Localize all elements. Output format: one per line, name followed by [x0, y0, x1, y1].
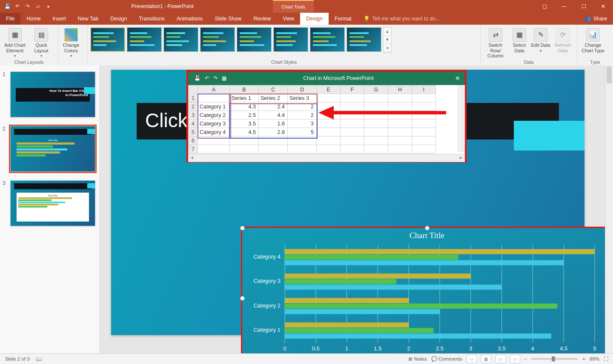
edit-data-button[interactable]: ✎Edit Data▾: [531, 26, 550, 53]
zoom-slider[interactable]: [531, 358, 578, 360]
tab-chart-design[interactable]: Design: [300, 13, 329, 25]
slide-thumbnail-panel[interactable]: 1 How To Insert Bar Chart In PowerPoint …: [0, 65, 100, 354]
notes-button[interactable]: ≣ Notes: [408, 356, 427, 362]
svg-text:2.5: 2.5: [436, 345, 444, 352]
redo-icon[interactable]: ↷: [24, 3, 32, 10]
chevron-down-icon[interactable]: ▼: [384, 36, 391, 44]
save-icon[interactable]: 💾: [194, 75, 201, 81]
svg-text:4: 4: [531, 345, 534, 352]
slide-indicator: Slide 2 of 3: [5, 356, 30, 361]
quick-access-toolbar: 💾 ↶ ↷ ▱ ▾: [0, 0, 52, 13]
sheet-close-button[interactable]: ✕: [450, 75, 465, 82]
chart-object[interactable]: Chart Title00.511.522.533.544.55Category…: [242, 228, 612, 364]
gallery-more-icon[interactable]: ▾: [384, 44, 391, 52]
ribbon-tabs: File Home Insert New Tab Design Transiti…: [0, 13, 613, 25]
sheet-title: Chart in Microsoft PowerPoint: [226, 75, 450, 81]
tab-chart-format[interactable]: Format: [329, 13, 358, 25]
gallery-scroll[interactable]: ▲▼▾: [383, 27, 392, 53]
zoom-level[interactable]: 89%: [590, 356, 599, 361]
slide-sorter-button[interactable]: ▦: [481, 355, 491, 363]
sheet-vertical-scrollbar[interactable]: [457, 85, 465, 152]
tab-insert[interactable]: Insert: [47, 13, 72, 25]
tell-me-search[interactable]: 💡 Tell me what you want to do...: [358, 13, 446, 25]
sheet-horizontal-scrollbar[interactable]: [188, 154, 465, 162]
title-placeholder-text: Click: [145, 109, 188, 132]
save-icon[interactable]: 💾: [3, 3, 11, 10]
undo-icon[interactable]: ↶: [205, 75, 209, 81]
slide-thumb-3[interactable]: 3 Chart Title: [0, 179, 100, 233]
svg-rect-33: [285, 304, 558, 309]
chart-style-3[interactable]: [163, 27, 198, 52]
tab-review[interactable]: Review: [247, 13, 277, 25]
zoom-in-button[interactable]: +: [582, 356, 585, 361]
group-chart-layouts: ▦Add Chart Element▾ ▤Quick Layout▾ Chart…: [0, 25, 58, 65]
tab-newtab[interactable]: New Tab: [72, 13, 104, 25]
chart-data-sheet-window[interactable]: 💾 ↶ ↷ ▦ Chart in Microsoft PowerPoint ✕ …: [186, 70, 467, 162]
redo-icon[interactable]: ↷: [213, 75, 218, 81]
svg-text:Category 4: Category 4: [253, 253, 281, 260]
chart-style-6[interactable]: [273, 27, 308, 52]
chart-style-7[interactable]: [310, 27, 345, 52]
fit-to-window-button[interactable]: ⛶: [604, 356, 609, 361]
zoom-out-button[interactable]: −: [524, 356, 527, 361]
group-label: Chart Layouts: [3, 59, 55, 65]
group-label: Type: [580, 59, 610, 65]
tab-design[interactable]: Design: [104, 13, 133, 25]
undo-icon[interactable]: ↶: [14, 3, 21, 10]
slideshow-view-button[interactable]: ▱: [510, 355, 520, 363]
svg-text:0.5: 0.5: [312, 345, 320, 352]
reading-view-button[interactable]: ▭: [496, 355, 506, 363]
slide-thumb-1[interactable]: 1 How To Insert Bar Chart In PowerPoint: [0, 70, 100, 124]
svg-rect-36: [285, 322, 409, 327]
svg-rect-24: [285, 249, 595, 254]
spellcheck-icon[interactable]: 📖: [36, 356, 42, 362]
tab-file[interactable]: File: [0, 13, 20, 25]
chart-style-1[interactable]: [90, 27, 125, 52]
comments-button[interactable]: 💬 Comments: [431, 356, 462, 362]
switch-row-column-button[interactable]: ⇄Switch Row/ Column: [483, 26, 508, 59]
editor-vertical-scrollbar[interactable]: [605, 65, 613, 354]
tab-transitions[interactable]: Transitions: [133, 13, 171, 25]
chart-style-gallery[interactable]: ▲▼▾: [90, 26, 478, 59]
qat-more-icon[interactable]: ▾: [44, 3, 52, 10]
sheet-titlebar[interactable]: 💾 ↶ ↷ ▦ Chart in Microsoft PowerPoint ✕: [188, 71, 465, 85]
tab-home[interactable]: Home: [20, 13, 46, 25]
svg-text:Category 2: Category 2: [253, 302, 281, 309]
svg-text:1: 1: [345, 345, 348, 352]
minimize-icon[interactable]: —: [554, 0, 574, 13]
edit-in-excel-icon[interactable]: ▦: [222, 75, 226, 81]
chart-style-8[interactable]: [347, 27, 381, 52]
svg-text:3: 3: [469, 345, 472, 352]
window-controls: ▢ — ☐ ✕: [535, 0, 613, 13]
svg-text:3.5: 3.5: [498, 345, 506, 352]
quick-layout-button[interactable]: ▤Quick Layout▾: [29, 26, 54, 58]
add-chart-element-icon: ▦: [8, 28, 22, 42]
svg-rect-28: [285, 273, 471, 279]
close-icon[interactable]: ✕: [593, 0, 613, 13]
change-colors-button[interactable]: Change Colors▾: [61, 26, 81, 58]
slide-thumb-2[interactable]: 2 Chart Title: [0, 124, 100, 179]
start-from-beginning-icon[interactable]: ▱: [34, 3, 42, 10]
chart-style-4[interactable]: [200, 27, 235, 52]
tab-view[interactable]: View: [277, 13, 300, 25]
sheet-grid[interactable]: ABCDEFGHI1Series 1Series 2Series 32Categ…: [188, 85, 465, 154]
chart-style-5[interactable]: [237, 27, 272, 52]
change-chart-type-button[interactable]: 📊Change Chart Type: [580, 26, 606, 53]
maximize-icon[interactable]: ☐: [574, 0, 593, 13]
add-chart-element-button[interactable]: ▦Add Chart Element▾: [3, 26, 27, 58]
select-data-icon: ▦: [513, 28, 526, 42]
share-label: Share: [593, 16, 607, 22]
share-button[interactable]: 👥 Share: [579, 13, 613, 25]
select-data-button[interactable]: ▦Select Data: [510, 26, 529, 53]
accent-rectangle: [514, 121, 584, 151]
tab-slideshow[interactable]: Slide Show: [209, 13, 248, 25]
normal-view-button[interactable]: ▭: [467, 355, 477, 363]
chevron-up-icon[interactable]: ▲: [384, 28, 391, 36]
ribbon-display-options-icon[interactable]: ▢: [535, 0, 554, 13]
tab-animations[interactable]: Animations: [171, 13, 209, 25]
group-data: ⇄Switch Row/ Column ▦Select Data ✎Edit D…: [481, 25, 577, 65]
chart-style-2[interactable]: [127, 27, 162, 52]
svg-text:Category 3: Category 3: [253, 278, 281, 284]
contextual-tab-label: Chart Tools: [273, 0, 313, 13]
tell-me-placeholder: Tell me what you want to do...: [372, 16, 440, 22]
